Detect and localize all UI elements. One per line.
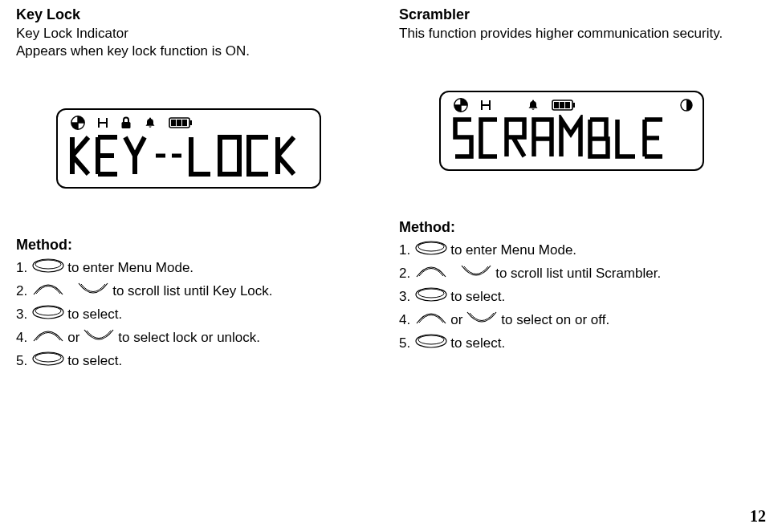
step-num: 1. [16,260,27,276]
svg-point-10 [35,260,61,269]
lcd-keylock-icons [67,115,310,131]
plus-minus-icon [454,98,468,112]
step-3: 3. to select. [16,305,383,323]
menu-button-icon [32,305,64,323]
step-5: 5. to select. [399,334,766,352]
step-text: to select on or off. [501,312,609,328]
step-num: 5. [399,335,410,351]
svg-point-24 [416,242,446,254]
bell-icon [145,116,156,129]
svg-point-25 [418,242,444,251]
step-text: to enter Menu Mode. [67,260,193,276]
plus-minus-icon [71,116,85,130]
step-text: to enter Menu Mode. [450,242,576,258]
lcd-scramble-icons [450,97,693,113]
step-3: 3. to select. [399,287,766,306]
left-column: Key Lock Key Lock Indicator Appears when… [16,6,383,375]
step-text: to select. [67,353,122,369]
lcd-keylock [56,108,321,189]
menu-button-icon [32,351,64,370]
step-5: 5. to select. [16,351,383,370]
svg-point-28 [416,335,446,347]
up-button-icon [415,264,447,282]
step-4: 4. or to select lock or unlock. [16,328,383,347]
step-4: 4. or to select on or off. [399,311,766,329]
svg-rect-6 [171,120,176,126]
menu-button-icon [415,334,447,352]
svg-point-27 [418,289,444,298]
up-button-icon [415,311,447,329]
scrambler-steps: 1. to enter Menu Mode. 2. to scroll list… [399,241,766,352]
menu-button-icon [415,241,447,259]
key-lock-method-title: Method: [16,237,383,254]
svg-point-11 [33,306,63,319]
key-lock-desc: Key Lock Indicator Appears when key lock… [16,25,383,60]
scrambler-title: Scrambler [399,6,766,23]
right-column: Scrambler This function provides higher … [399,6,766,375]
svg-point-29 [418,335,444,344]
battery-icon [169,117,193,128]
page-number: 12 [750,507,766,526]
battery-icon [552,99,576,111]
key-lock-title: Key Lock [16,6,383,23]
step-num: 4. [16,330,27,346]
menu-button-icon [415,287,447,306]
step-text: to scroll list until Key Lock. [112,283,272,299]
svg-point-14 [35,353,61,362]
svg-point-26 [416,288,446,301]
up-button-icon [32,328,64,347]
svg-rect-20 [554,102,559,108]
h-icon [481,99,491,111]
menu-button-icon [32,258,64,277]
up-button-icon [32,282,64,300]
step-mid: or [67,330,79,346]
step-text: to scroll list until Scrambler. [495,266,661,282]
svg-rect-19 [573,103,576,108]
svg-rect-8 [182,120,187,126]
down-button-icon [460,264,492,282]
step-num: 2. [16,283,27,299]
step-num: 1. [399,242,410,258]
step-num: 3. [399,289,410,305]
lcd-scramble-text [450,115,693,163]
step-num: 3. [16,307,27,323]
key-lock-steps: 1. to enter Menu Mode. 2. to scroll list… [16,258,383,370]
svg-rect-21 [560,102,564,108]
h-icon [98,117,108,128]
svg-rect-5 [190,120,193,125]
scrambler-method-title: Method: [399,219,766,236]
step-num: 2. [399,266,410,282]
down-button-icon [77,282,109,300]
step-text: to select lock or unlock. [118,330,260,346]
svg-rect-3 [122,122,131,128]
scramble-dot-icon [680,99,693,112]
down-button-icon [83,328,115,347]
key-lock-desc-line1: Key Lock Indicator [16,26,128,41]
step-text: to select. [67,307,122,323]
lcd-keylock-text [67,132,310,181]
step-1: 1. to enter Menu Mode. [16,258,383,277]
down-button-icon [466,311,498,329]
step-mid: or [450,312,462,328]
svg-rect-22 [565,102,570,108]
bell-icon [527,99,539,112]
step-num: 4. [399,312,410,328]
step-text: to select. [450,289,505,305]
step-text: to select. [450,335,505,351]
svg-point-13 [33,352,63,365]
lcd-scramble [439,91,704,171]
step-1: 1. to enter Menu Mode. [399,241,766,259]
step-num: 5. [16,353,27,369]
step-2: 2. to scroll list until Key Lock. [16,282,383,300]
scrambler-desc-text: This function provides higher communicat… [399,26,723,41]
svg-rect-7 [177,120,181,126]
key-lock-desc-line2: Appears when key lock function is ON. [16,43,250,59]
lock-icon [120,116,132,129]
svg-point-9 [33,259,63,272]
svg-point-12 [35,307,61,315]
scrambler-desc: This function provides higher communicat… [399,25,766,43]
step-2: 2. to scroll list until Scrambler. [399,264,766,282]
